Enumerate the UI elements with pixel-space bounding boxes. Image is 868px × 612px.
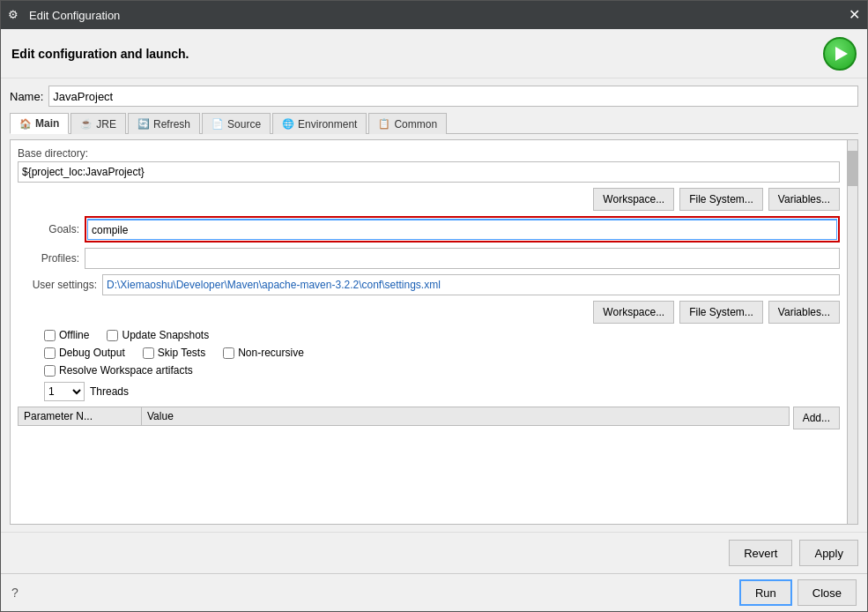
apply-button[interactable]: Apply	[799, 540, 858, 566]
run-icon-button[interactable]	[823, 37, 857, 71]
jre-tab-icon: ☕	[80, 118, 93, 130]
user-settings-input[interactable]	[102, 274, 840, 295]
tab-common[interactable]: 📋 Common	[368, 113, 447, 134]
debug-output-label: Debug Output	[59, 347, 125, 359]
tab-jre-label: JRE	[96, 118, 116, 131]
header-title: Edit configuration and launch.	[11, 47, 189, 61]
param-col-name-header: Parameter N...	[19, 407, 142, 425]
close-dialog-button[interactable]: Close	[798, 579, 857, 606]
resolve-workspace-checkbox[interactable]	[44, 365, 56, 377]
resolve-workspace-checkbox-item: Resolve Workspace artifacts	[44, 364, 193, 377]
refresh-tab-icon: 🔄	[137, 118, 150, 130]
base-directory-field: Base directory:	[18, 147, 840, 183]
tab-common-label: Common	[394, 118, 437, 131]
offline-label: Offline	[59, 329, 89, 341]
scrollbar-thumb[interactable]	[848, 151, 857, 186]
base-dir-buttons: Workspace... File System... Variables...	[18, 188, 840, 211]
base-directory-input[interactable]	[18, 161, 840, 183]
tab-main-label: Main	[35, 117, 59, 130]
offline-checkbox[interactable]	[44, 330, 56, 341]
profiles-row: Profiles:	[18, 248, 840, 269]
param-table-header: Parameter N... Value	[18, 407, 790, 426]
goals-label: Goals:	[18, 223, 79, 235]
main-panel: Base directory: Workspace... File System…	[10, 139, 858, 525]
tabs-bar: 🏠 Main ☕ JRE 🔄 Refresh 📄 Source 🌐 Enviro…	[10, 112, 858, 134]
skip-tests-checkbox-item: Skip Tests	[143, 347, 205, 359]
edit-configuration-dialog: ⚙ Edit Configuration ✕ Edit configuratio…	[0, 0, 868, 612]
param-add-button[interactable]: Add...	[793, 407, 840, 429]
source-tab-icon: 📄	[211, 118, 224, 130]
base-directory-label: Base directory:	[18, 147, 840, 160]
resolve-workspace-label: Resolve Workspace artifacts	[59, 364, 193, 377]
name-input[interactable]	[48, 86, 858, 107]
goals-input[interactable]	[87, 219, 837, 240]
user-settings-buttons: Workspace... File System... Variables...	[18, 301, 840, 324]
vertical-scrollbar[interactable]	[847, 140, 857, 524]
name-label: Name:	[10, 90, 43, 103]
bottom-right-buttons: Run Close	[739, 579, 857, 606]
skip-tests-label: Skip Tests	[158, 347, 205, 359]
offline-checkbox-item: Offline	[44, 329, 89, 341]
tab-refresh-label: Refresh	[153, 118, 190, 131]
footer-buttons: Revert Apply	[1, 532, 867, 573]
dialog-icon: ⚙	[8, 8, 22, 22]
common-tab-icon: 📋	[378, 118, 390, 130]
tab-source[interactable]: 📄 Source	[202, 113, 271, 134]
file-system-button-2[interactable]: File System...	[679, 301, 763, 324]
threads-select[interactable]: 1 2 4	[44, 382, 85, 401]
workspace-button-1[interactable]: Workspace...	[593, 188, 674, 211]
profiles-label: Profiles:	[18, 252, 79, 265]
user-settings-label: User settings:	[18, 279, 97, 291]
bottom-bar: ? Run Close	[1, 573, 867, 611]
goals-row: Goals:	[18, 216, 840, 243]
checkboxes-section: Offline Update Snapshots Debug Output	[18, 329, 840, 377]
update-snapshots-label: Update Snapshots	[122, 329, 209, 341]
variables-button-1[interactable]: Variables...	[768, 188, 840, 211]
param-table-wrapper: Parameter N... Value	[18, 407, 790, 429]
tab-source-label: Source	[227, 118, 261, 131]
tab-refresh[interactable]: 🔄 Refresh	[128, 113, 200, 134]
workspace-button-2[interactable]: Workspace...	[593, 301, 674, 324]
checkbox-row-1: Offline Update Snapshots	[44, 329, 840, 341]
content-area: Name: 🏠 Main ☕ JRE 🔄 Refresh 📄 Source �	[1, 78, 867, 532]
tab-main[interactable]: 🏠 Main	[10, 113, 69, 134]
name-row: Name:	[10, 86, 858, 107]
play-triangle-icon	[835, 47, 848, 61]
debug-output-checkbox-item: Debug Output	[44, 347, 125, 359]
variables-button-2[interactable]: Variables...	[768, 301, 840, 324]
non-recursive-checkbox[interactable]	[223, 347, 234, 359]
non-recursive-label: Non-recursive	[238, 347, 304, 359]
checkbox-row-3: Resolve Workspace artifacts	[44, 364, 840, 377]
checkbox-row-2: Debug Output Skip Tests Non-recursive	[44, 347, 840, 359]
param-section: Parameter N... Value Add...	[18, 407, 840, 429]
tab-jre[interactable]: ☕ JRE	[70, 113, 126, 134]
tab-environment[interactable]: 🌐 Environment	[272, 113, 367, 134]
threads-row: 1 2 4 Threads	[18, 382, 840, 401]
close-button[interactable]: ✕	[849, 8, 860, 22]
file-system-button-1[interactable]: File System...	[679, 188, 763, 211]
update-snapshots-checkbox-item: Update Snapshots	[107, 329, 209, 341]
skip-tests-checkbox[interactable]	[143, 347, 154, 359]
revert-button[interactable]: Revert	[729, 540, 792, 566]
user-settings-row: User settings:	[18, 274, 840, 295]
tab-environment-label: Environment	[298, 118, 357, 131]
dialog-title: Edit Configuration	[29, 9, 842, 22]
panel-content: Base directory: Workspace... File System…	[11, 140, 847, 524]
run-button[interactable]: Run	[739, 579, 792, 606]
non-recursive-checkbox-item: Non-recursive	[223, 347, 304, 359]
param-col-value-header: Value	[142, 407, 789, 425]
update-snapshots-checkbox[interactable]	[107, 330, 118, 341]
help-icon[interactable]: ?	[11, 586, 19, 600]
goals-input-wrapper	[85, 216, 840, 243]
debug-output-checkbox[interactable]	[44, 347, 56, 359]
threads-label: Threads	[90, 385, 129, 398]
env-tab-icon: 🌐	[282, 118, 294, 130]
main-tab-icon: 🏠	[19, 118, 32, 130]
header-area: Edit configuration and launch.	[1, 29, 867, 78]
title-bar: ⚙ Edit Configuration ✕	[1, 1, 867, 29]
profiles-input[interactable]	[85, 248, 840, 269]
